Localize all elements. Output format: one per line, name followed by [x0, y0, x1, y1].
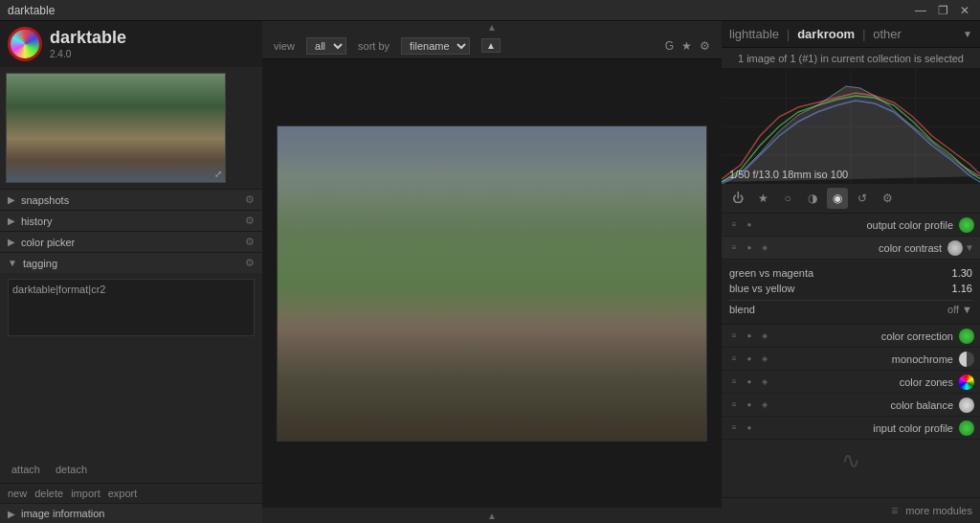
module-color-contrast: ≡ ● ◈ color contrast ▼ — [722, 237, 980, 260]
sort-label: sort by — [358, 40, 390, 52]
sort-select[interactable]: filename — [401, 37, 470, 55]
status-bar: 1 image of 1 (#1) in current collection … — [722, 48, 980, 69]
module-toggle[interactable]: ≡ — [727, 218, 741, 232]
module-color-correction: ≡ ● ◈ color correction — [722, 325, 980, 348]
module-reset[interactable]: ● — [743, 375, 756, 389]
tab-circle[interactable]: ○ — [777, 188, 798, 209]
more-modules-link[interactable]: more modules — [905, 505, 972, 516]
snapshots-gear-icon[interactable]: ⚙ — [245, 193, 255, 206]
settings-icon[interactable]: ⚙ — [700, 39, 710, 53]
hamburger-icon[interactable]: ≡ — [891, 504, 898, 517]
module-reset[interactable]: ● — [743, 352, 756, 366]
green-vs-magenta-row: green vs magenta 1.30 — [729, 265, 972, 281]
histogram-chart — [722, 69, 980, 184]
nav-darkroom[interactable]: darkroom — [797, 27, 855, 41]
grid-icon[interactable]: G — [665, 39, 674, 53]
decorative-swirl: ∿ — [722, 440, 980, 482]
module-reset[interactable]: ● — [743, 241, 756, 255]
module-name: output color profile — [760, 219, 959, 231]
scroll-up-icon[interactable]: ▲ — [487, 22, 497, 33]
module-reset[interactable]: ● — [743, 398, 756, 412]
nav-other[interactable]: other — [873, 27, 902, 41]
tab-power[interactable]: ⏻ — [727, 188, 748, 209]
sidebar-left: darktable 2.4.0 ⤢ ▶ snapshots ⚙ ▶ histor… — [0, 21, 262, 523]
new-button[interactable]: new — [8, 488, 27, 499]
image-information-arrow: ▶ — [8, 509, 15, 519]
tag-value: darktable|format|cr2 — [12, 284, 105, 295]
green-vs-magenta-value: 1.30 — [952, 267, 972, 279]
tagging-gear-icon[interactable]: ⚙ — [245, 257, 255, 269]
nav-lighttable[interactable]: lighttable — [729, 27, 779, 41]
maximize-button[interactable]: ❐ — [935, 4, 951, 17]
app-brand: darktable 2.4.0 — [50, 28, 126, 60]
tab-refresh[interactable]: ↺ — [852, 188, 873, 209]
view-select[interactable]: all — [306, 37, 346, 55]
top-scroll-bar: ▲ — [262, 21, 722, 33]
module-mask[interactable]: ◈ — [758, 330, 771, 343]
app-logo — [8, 27, 42, 61]
thumbnail-placeholder: ⤢ — [6, 73, 226, 183]
snapshots-label: snapshots — [21, 194, 245, 206]
minimize-button[interactable]: — — [912, 4, 929, 17]
module-icons: ≡ ● ◈ — [727, 352, 771, 366]
main-layout: darktable 2.4.0 ⤢ ▶ snapshots ⚙ ▶ histor… — [0, 21, 980, 523]
snapshots-header[interactable]: ▶ snapshots ⚙ — [0, 190, 262, 210]
scroll-down-icon[interactable]: ▲ — [487, 511, 497, 521]
module-toggle[interactable]: ≡ — [727, 398, 741, 412]
thumbnail-expand-icon[interactable]: ⤢ — [214, 169, 222, 179]
module-reset[interactable]: ● — [743, 218, 756, 232]
color-picker-header[interactable]: ▶ color picker ⚙ — [0, 232, 262, 252]
module-badge[interactable] — [959, 421, 974, 436]
color-picker-label: color picker — [21, 237, 245, 248]
snapshots-arrow: ▶ — [8, 194, 15, 205]
module-badge[interactable] — [959, 352, 974, 367]
tab-star[interactable]: ★ — [752, 188, 773, 209]
history-arrow: ▶ — [8, 216, 15, 226]
blue-vs-yellow-value: 1.16 — [952, 283, 972, 294]
module-icons: ≡ ● ◈ — [727, 398, 771, 412]
module-badge[interactable] — [959, 375, 974, 390]
module-badge[interactable] — [959, 398, 974, 413]
module-mask[interactable]: ◈ — [758, 241, 771, 255]
attach-button[interactable]: attach — [8, 462, 44, 477]
detach-button[interactable]: detach — [52, 462, 91, 477]
module-name: color balance — [775, 399, 959, 411]
nav-dropdown-icon[interactable]: ▼ — [963, 29, 972, 39]
module-toggle[interactable]: ≡ — [727, 352, 741, 366]
sort-direction-button[interactable]: ▲ — [481, 38, 501, 53]
app-name: darktable — [50, 28, 126, 49]
module-toggle[interactable]: ≡ — [727, 330, 741, 343]
delete-button[interactable]: delete — [34, 488, 63, 499]
history-label: history — [21, 216, 245, 227]
tab-color[interactable]: ◉ — [827, 188, 848, 209]
color-picker-gear-icon[interactable]: ⚙ — [245, 236, 255, 248]
module-mask[interactable]: ◈ — [758, 352, 771, 366]
module-badge[interactable] — [959, 217, 974, 233]
module-mask[interactable]: ◈ — [758, 398, 771, 412]
import-button[interactable]: import — [71, 488, 100, 499]
history-section: ▶ history ⚙ — [0, 210, 262, 231]
new-delete-row: new delete import export — [0, 484, 262, 503]
module-expand-icon[interactable]: ▼ — [965, 242, 974, 253]
sidebar-right: lighttable | darkroom | other ▼ 1 image … — [722, 21, 980, 523]
module-toggle[interactable]: ≡ — [727, 375, 741, 389]
tagging-header[interactable]: ▼ tagging ⚙ — [0, 253, 262, 273]
module-toggle[interactable]: ≡ — [727, 241, 741, 255]
export-button[interactable]: export — [108, 488, 138, 499]
nav-header: lighttable | darkroom | other ▼ — [722, 21, 980, 48]
tab-half-circle[interactable]: ◑ — [802, 188, 823, 209]
module-reset[interactable]: ● — [743, 330, 756, 343]
module-reset[interactable]: ● — [743, 421, 756, 435]
module-badge[interactable] — [947, 240, 963, 256]
star-filter-icon[interactable]: ★ — [681, 39, 692, 53]
module-toggle[interactable]: ≡ — [727, 421, 741, 435]
module-mask[interactable]: ◈ — [758, 375, 771, 389]
close-button[interactable]: ✕ — [957, 4, 972, 17]
tab-gear[interactable]: ⚙ — [877, 188, 898, 209]
module-badge[interactable] — [959, 329, 974, 344]
module-name: monochrome — [775, 353, 959, 365]
tag-input-area[interactable]: darktable|format|cr2 — [8, 279, 255, 336]
history-header[interactable]: ▶ history ⚙ — [0, 211, 262, 231]
image-information-header[interactable]: ▶ image information — [0, 504, 262, 523]
history-gear-icon[interactable]: ⚙ — [245, 215, 255, 227]
